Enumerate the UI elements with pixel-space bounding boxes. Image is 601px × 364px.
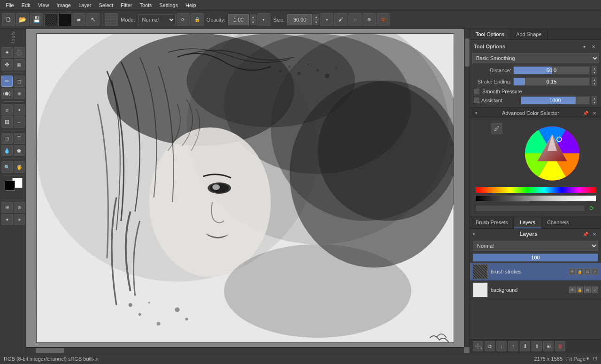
layer-options-btn[interactable]: ⊞	[543, 341, 554, 351]
tool-crop[interactable]: ⊡	[1, 133, 13, 144]
tab-layers[interactable]: Layers	[514, 217, 541, 228]
size-spin-down[interactable]: ▼	[313, 20, 319, 25]
canvas-image[interactable]	[36, 33, 454, 343]
delete-layer-btn[interactable]: 🗑	[555, 341, 565, 351]
status-zoom[interactable]: Fit Page ▾	[566, 356, 589, 362]
tool-lasso[interactable]: ⌀	[1, 104, 13, 115]
add-layer-dropdown[interactable]: ▾	[480, 347, 482, 350]
menu-edit[interactable]: Edit	[18, 1, 34, 9]
tool-paint2[interactable]: ⊕	[14, 88, 25, 99]
tool-eyedropper[interactable]: 💧	[1, 145, 13, 156]
color-collapse-btn[interactable]: ▾	[473, 110, 479, 116]
opacity-spin-down[interactable]: ▼	[250, 20, 256, 25]
assistant-checkbox[interactable]	[474, 98, 479, 103]
tab-brush-presets[interactable]: Brush Presets	[470, 217, 514, 228]
distance-spin-up[interactable]: ▲	[592, 66, 597, 70]
move-layer-down-btn[interactable]: ↓	[496, 341, 507, 351]
darkness-bar[interactable]	[475, 195, 596, 202]
menu-help[interactable]: Help	[182, 1, 200, 9]
menu-file[interactable]: File	[2, 1, 18, 9]
tool-eraser[interactable]: ◻	[14, 76, 25, 87]
eyedropper-button[interactable]: 🖊	[491, 123, 502, 134]
spectrum-bar[interactable]	[475, 187, 596, 193]
smooth-pressure-checkbox[interactable]	[474, 89, 479, 94]
tab-tool-options[interactable]: Tool Options	[470, 29, 510, 39]
add-layer-btn[interactable]: ➕ ▾	[473, 341, 483, 351]
opacity-spin-up[interactable]: ▲	[250, 15, 256, 20]
stroke-ending-spin-down[interactable]: ▼	[592, 82, 597, 86]
tool-move[interactable]: ✥	[1, 59, 13, 70]
stroke-ending-slider[interactable]: 0.15	[513, 77, 590, 86]
layer-icon-check[interactable]: ✓	[592, 268, 598, 275]
tool-select2[interactable]: ▦	[14, 59, 25, 70]
cursor-button[interactable]: ↖	[86, 13, 100, 26]
size-input[interactable]	[287, 14, 312, 25]
merge-layer-btn[interactable]: ⬇	[520, 341, 530, 351]
color-wheel-svg[interactable]	[505, 123, 580, 184]
vscroll-thumb[interactable]	[465, 38, 470, 67]
tool-move2[interactable]: ↔	[14, 116, 25, 128]
menu-layer[interactable]: Layer	[75, 1, 95, 9]
layers-blend-select[interactable]: Normal Multiply Screen	[473, 241, 598, 251]
menu-select[interactable]: Select	[95, 1, 117, 9]
horizontal-scrollbar[interactable]	[26, 347, 464, 353]
tool-brush2[interactable]: ⊛	[14, 202, 25, 213]
distance-slider[interactable]: 50.0	[513, 66, 590, 75]
tool-multi[interactable]: ✴	[14, 214, 25, 225]
layer-icon-eye[interactable]: 👁	[569, 268, 576, 275]
layers-close-btn[interactable]: ✕	[591, 230, 598, 238]
vertical-scrollbar[interactable]	[464, 29, 470, 347]
fg-color-button[interactable]	[58, 13, 71, 26]
layers-opacity-wrap[interactable]: 100	[473, 253, 598, 262]
tool-filter[interactable]: ✦	[1, 214, 13, 225]
layer-item-background[interactable]: background 👁 🔒 ⊡ ✓	[470, 281, 601, 299]
size-extra[interactable]: ▾	[320, 13, 333, 26]
tool-grid[interactable]: ⊞	[1, 202, 13, 213]
layer-icon-eye2[interactable]: 👁	[569, 287, 576, 293]
tool-select-rect[interactable]: ⬚	[14, 47, 25, 58]
color-result-bar[interactable]	[475, 205, 585, 212]
stroke-ending-spin-up[interactable]: ▲	[592, 77, 597, 82]
menu-filter[interactable]: Filter	[117, 1, 136, 9]
tab-channels[interactable]: Channels	[541, 217, 574, 228]
save-button[interactable]: 💾	[30, 13, 43, 26]
assistant-slider[interactable]: 1000	[521, 96, 590, 105]
tool-lasso2[interactable]: ✦	[14, 104, 25, 115]
menu-image[interactable]: Image	[53, 1, 75, 9]
hscroll-thumb[interactable]	[36, 348, 64, 353]
size-spin-up[interactable]: ▲	[313, 15, 319, 20]
foreground-color-box[interactable]	[5, 181, 15, 191]
layer-icon-check2[interactable]: ✓	[592, 287, 598, 293]
assistant-spin-up[interactable]: ▲	[592, 96, 597, 100]
layers-pin-btn[interactable]: 📌	[582, 230, 589, 238]
color-close-btn[interactable]: ✕	[591, 109, 598, 117]
store-button[interactable]: 💼	[377, 13, 390, 26]
wrap-button[interactable]: ⊕	[362, 13, 376, 26]
tool-text[interactable]: T	[14, 133, 25, 144]
copy-layer-btn[interactable]: ⧉	[485, 341, 495, 351]
tool-gradient[interactable]: ⬟	[14, 145, 25, 156]
tool-new[interactable]: ✦	[1, 47, 13, 58]
opacity-extra[interactable]: ▾	[257, 13, 270, 26]
layers-collapse-icon[interactable]: ▾	[473, 232, 475, 236]
canvas-container[interactable]	[26, 29, 464, 347]
menu-settings[interactable]: Settings	[155, 1, 182, 9]
tool-options-collapse[interactable]: ▾	[580, 43, 588, 50]
menu-tools[interactable]: Tools	[136, 1, 156, 9]
tool-fill[interactable]: ⟨⬟⟩	[1, 88, 13, 99]
tool-brush[interactable]: ✏	[1, 76, 13, 87]
tool-options-close[interactable]: ✕	[590, 43, 597, 50]
color-refresh-btn[interactable]: ⟳	[587, 204, 596, 213]
layer-icon-filter[interactable]: ⊡	[584, 268, 591, 275]
brush-preset-button[interactable]: 🖌	[334, 13, 347, 26]
color-pin-btn[interactable]: 📌	[582, 109, 589, 117]
layer-icon-lock[interactable]: 🔒	[577, 268, 583, 275]
tab-add-shape[interactable]: Add Shape	[510, 29, 547, 39]
lock-button[interactable]: 🔒	[191, 13, 204, 26]
mode-select[interactable]: Normal Multiply Screen	[138, 14, 176, 25]
new-button[interactable]: 🗋	[2, 13, 15, 26]
pattern-button[interactable]	[44, 13, 57, 26]
smoothing-select[interactable]: Basic Smoothing Stabilizer None	[472, 53, 599, 63]
move-layer-up-btn[interactable]: ↑	[508, 341, 518, 351]
layer-icon-lock2[interactable]: 🔒	[577, 287, 583, 293]
